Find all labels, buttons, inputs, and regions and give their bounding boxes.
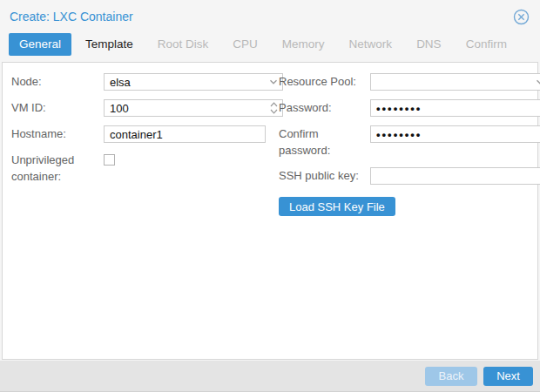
password-field[interactable] <box>370 99 540 117</box>
hostname-label: Hostname: <box>11 125 104 142</box>
password-row: Password: <box>279 99 540 117</box>
back-button[interactable]: Back <box>425 367 477 386</box>
password-label: Password: <box>279 99 370 116</box>
tab-network[interactable]: Network <box>339 33 403 56</box>
resource-pool-input[interactable] <box>371 74 531 90</box>
load-ssh-key-file-button[interactable]: Load SSH Key File <box>279 197 395 216</box>
close-icon <box>513 9 530 25</box>
password-input[interactable] <box>371 100 540 116</box>
node-label: Node: <box>11 73 104 90</box>
node-row: Node: <box>11 73 262 91</box>
dialog-header: Create: LXC Container <box>0 0 540 33</box>
confirm-password-row: Confirm password: <box>279 125 540 159</box>
hostname-field[interactable] <box>104 125 266 143</box>
confirm-password-field[interactable] <box>370 125 540 143</box>
general-form-panel: Node: VM ID: <box>2 62 538 360</box>
chevron-down-icon <box>535 77 540 87</box>
node-combo[interactable] <box>104 73 283 91</box>
form-right-column: Resource Pool: Password: Confirm <box>279 73 540 359</box>
tab-memory[interactable]: Memory <box>272 33 335 56</box>
confirm-password-input[interactable] <box>371 126 540 142</box>
hostname-row: Hostname: <box>11 125 262 143</box>
tab-template[interactable]: Template <box>75 33 144 56</box>
resource-pool-row: Resource Pool: <box>279 73 540 91</box>
chevron-down-icon <box>268 77 279 87</box>
tab-bar: General Template Root Disk CPU Memory Ne… <box>0 33 540 62</box>
create-lxc-container-dialog: Create: LXC Container General Template R… <box>0 0 540 392</box>
form-left-column: Node: VM ID: <box>11 73 262 359</box>
ssh-public-key-label: SSH public key: <box>279 167 370 184</box>
dialog-title: Create: LXC Container <box>10 10 133 24</box>
tab-cpu[interactable]: CPU <box>222 33 268 56</box>
close-button[interactable] <box>512 8 530 25</box>
hostname-input[interactable] <box>105 126 265 142</box>
resource-pool-combo[interactable] <box>370 73 540 91</box>
resource-pool-label: Resource Pool: <box>279 73 370 90</box>
ssh-public-key-row: SSH public key: <box>279 167 540 185</box>
ssh-public-key-field[interactable] <box>370 167 540 185</box>
resource-pool-dropdown-trigger[interactable] <box>531 74 540 90</box>
vmid-row: VM ID: <box>11 99 262 117</box>
vmid-label: VM ID: <box>11 99 104 116</box>
node-input[interactable] <box>105 74 265 90</box>
tab-confirm[interactable]: Confirm <box>456 33 517 56</box>
confirm-password-label: Confirm password: <box>279 125 370 159</box>
unprivileged-row: Unprivileged container: <box>11 152 262 185</box>
unprivileged-label: Unprivileged container: <box>11 152 104 185</box>
dialog-footer: Back Next <box>0 361 540 392</box>
tab-root-disk[interactable]: Root Disk <box>147 33 219 56</box>
unprivileged-checkbox[interactable] <box>104 154 115 166</box>
tab-dns[interactable]: DNS <box>406 33 452 56</box>
next-button[interactable]: Next <box>483 367 533 386</box>
spinner-down-icon <box>269 108 279 115</box>
tab-general[interactable]: General <box>9 33 71 56</box>
vmid-spinner[interactable] <box>104 99 283 117</box>
spinner-up-icon <box>269 101 279 108</box>
vmid-input[interactable] <box>105 100 265 116</box>
ssh-public-key-input[interactable] <box>371 168 540 184</box>
